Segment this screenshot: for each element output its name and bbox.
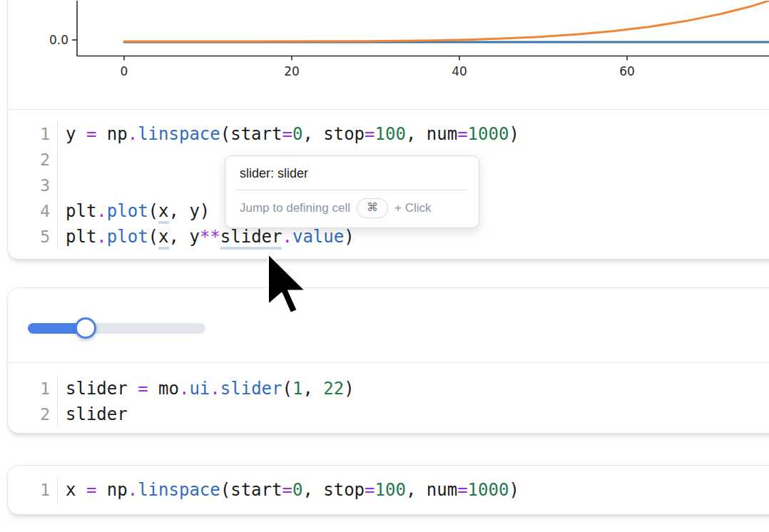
code-token: plot bbox=[107, 227, 148, 247]
code-token: np bbox=[96, 124, 127, 144]
tooltip-title: slider: slider bbox=[225, 156, 479, 190]
variable-tooltip: slider: slider Jump to defining cell ⌘ +… bbox=[225, 155, 479, 228]
code-token: (start bbox=[220, 124, 282, 144]
code-editor[interactable]: 1slider = mo.ui.slider(1, 22)2slider bbox=[8, 363, 769, 434]
code-token: mo bbox=[148, 379, 179, 399]
code-token: . bbox=[128, 480, 138, 500]
code-token: = bbox=[282, 480, 292, 500]
svg-text:40: 40 bbox=[452, 64, 467, 78]
code-token: = bbox=[457, 124, 467, 144]
code-line[interactable]: 1slider = mo.ui.slider(1, 22) bbox=[8, 376, 769, 401]
code-token: (start bbox=[220, 480, 282, 500]
notebook-cell-slider: 1slider = mo.ui.slider(1, 22)2slider bbox=[7, 287, 769, 434]
code-token: ( bbox=[282, 379, 292, 399]
line-number: 3 bbox=[8, 173, 58, 198]
code-token: value bbox=[292, 227, 344, 247]
code-line[interactable]: 1x = np.linspace(start=0, stop=100, num=… bbox=[8, 477, 769, 503]
svg-text:0: 0 bbox=[121, 64, 128, 78]
svg-text:0.0: 0.0 bbox=[49, 33, 68, 47]
code-token: linspace bbox=[138, 124, 220, 144]
code-token: = bbox=[282, 124, 292, 144]
code-token: ( bbox=[148, 227, 158, 247]
variable-reference[interactable]: slider bbox=[220, 227, 282, 250]
slider-handle[interactable] bbox=[75, 317, 96, 339]
code-token: 1000 bbox=[468, 480, 509, 500]
code-token: . bbox=[210, 379, 220, 399]
line-number: 2 bbox=[8, 401, 58, 427]
code-token: ui bbox=[189, 379, 210, 399]
mouse-cursor-icon bbox=[267, 252, 308, 315]
code-token: . bbox=[179, 379, 189, 399]
code-token: slider bbox=[66, 404, 128, 424]
code-token: ) bbox=[509, 124, 519, 144]
code-token: . bbox=[128, 124, 138, 144]
code-token: = bbox=[138, 379, 148, 399]
code-token: ) bbox=[509, 480, 519, 500]
line-number: 5 bbox=[8, 224, 58, 250]
code-token: ( bbox=[148, 201, 158, 221]
code-token: 1000 bbox=[468, 124, 509, 144]
code-token: . bbox=[96, 201, 106, 221]
code-token: x bbox=[66, 480, 86, 500]
code-token: 100 bbox=[375, 480, 406, 500]
code-token: slider bbox=[220, 379, 282, 399]
svg-text:20: 20 bbox=[284, 64, 300, 78]
code-token: plt bbox=[66, 227, 96, 247]
code-token: , bbox=[302, 379, 323, 399]
svg-text:60: 60 bbox=[619, 64, 635, 78]
line-number: 1 bbox=[8, 121, 58, 147]
code-token: y bbox=[66, 124, 86, 144]
line-number: 2 bbox=[8, 147, 58, 173]
code-token: 0 bbox=[292, 480, 302, 500]
variable-reference[interactable]: x bbox=[158, 227, 168, 250]
code-editor[interactable]: 1x = np.linspace(start=0, stop=100, num=… bbox=[8, 466, 769, 514]
code-token: . bbox=[96, 227, 106, 247]
code-token: , y bbox=[169, 227, 200, 247]
code-token: = bbox=[86, 480, 96, 500]
code-token: 22 bbox=[323, 379, 344, 399]
code-token: ** bbox=[200, 227, 220, 247]
code-token: plt bbox=[66, 201, 96, 221]
code-token: ) bbox=[344, 379, 354, 399]
slider-output bbox=[8, 288, 769, 363]
notebook-cell-x: 1x = np.linspace(start=0, stop=100, num=… bbox=[7, 465, 769, 515]
plot-output: 02040600.0 bbox=[8, 0, 769, 110]
code-token: , num bbox=[406, 124, 457, 144]
code-token: np bbox=[96, 480, 127, 500]
slider-widget[interactable] bbox=[28, 317, 213, 339]
code-line[interactable]: 2slider bbox=[8, 401, 769, 427]
line-number: 4 bbox=[8, 198, 58, 224]
code-token: . bbox=[282, 227, 292, 247]
line-number: 1 bbox=[8, 376, 58, 401]
code-token: , num bbox=[406, 480, 457, 500]
code-token: 0 bbox=[292, 124, 302, 144]
line-number: 1 bbox=[8, 477, 58, 503]
code-token: , y) bbox=[169, 201, 210, 221]
code-token: , stop bbox=[302, 124, 365, 144]
code-token: plot bbox=[107, 201, 148, 221]
code-token: 100 bbox=[375, 124, 406, 144]
plot-svg: 02040600.0 bbox=[8, 1, 769, 109]
code-token: 1 bbox=[292, 379, 302, 399]
code-token: = bbox=[365, 480, 375, 500]
code-line[interactable]: 1y = np.linspace(start=0, stop=100, num=… bbox=[8, 121, 769, 147]
code-token: = bbox=[86, 124, 96, 144]
code-token: linspace bbox=[138, 480, 220, 500]
click-suffix: + Click bbox=[394, 201, 431, 215]
code-token: slider bbox=[66, 379, 138, 399]
code-token: = bbox=[365, 124, 375, 144]
code-token: , stop bbox=[302, 480, 365, 500]
code-token: = bbox=[457, 480, 467, 500]
cmd-key-badge: ⌘ bbox=[357, 198, 388, 218]
variable-reference[interactable]: x bbox=[158, 202, 168, 224]
code-token: ) bbox=[344, 227, 354, 247]
jump-action-label: Jump to defining cell bbox=[240, 201, 350, 215]
